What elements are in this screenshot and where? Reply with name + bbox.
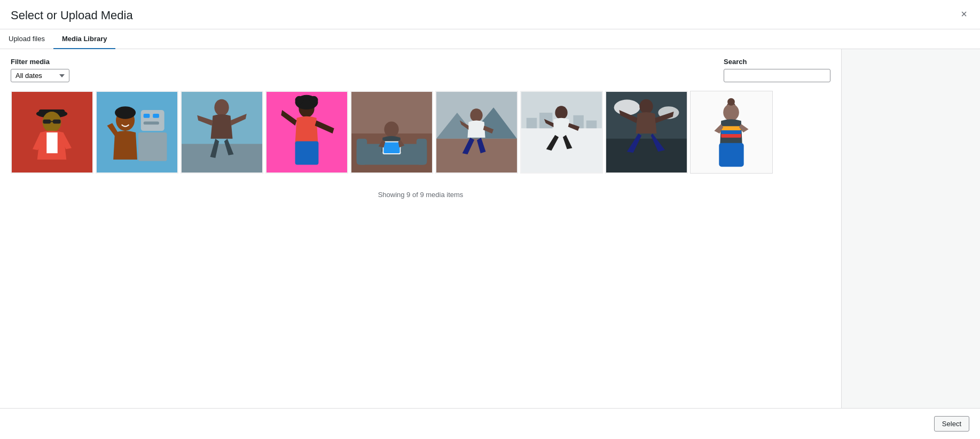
svg-rect-25 xyxy=(295,142,319,165)
svg-rect-30 xyxy=(417,139,427,165)
svg-rect-29 xyxy=(357,139,367,165)
svg-point-23 xyxy=(295,96,304,105)
svg-point-24 xyxy=(310,96,318,105)
tab-upload-files[interactable]: Upload files xyxy=(0,29,53,49)
svg-point-31 xyxy=(384,122,398,137)
svg-rect-4 xyxy=(43,120,51,124)
svg-rect-11 xyxy=(144,114,150,118)
modal-body: Filter media All dates Search xyxy=(0,49,980,408)
search-section: Search xyxy=(724,58,830,82)
svg-point-51 xyxy=(639,99,653,114)
showing-text: Showing 9 of 9 media items xyxy=(11,191,830,199)
search-input[interactable] xyxy=(724,69,830,82)
svg-rect-7 xyxy=(46,132,57,153)
tabs-bar: Upload files Media Library xyxy=(0,29,980,49)
svg-rect-18 xyxy=(182,144,262,173)
svg-point-16 xyxy=(115,106,136,119)
svg-point-46 xyxy=(555,106,567,119)
filter-section: Filter media All dates xyxy=(11,58,69,82)
svg-rect-5 xyxy=(53,120,61,124)
svg-rect-38 xyxy=(436,139,517,173)
svg-point-49 xyxy=(614,100,640,115)
media-item[interactable] xyxy=(520,91,603,174)
svg-rect-57 xyxy=(721,134,741,138)
tab-media-library[interactable]: Media Library xyxy=(53,29,116,49)
media-item[interactable] xyxy=(11,91,93,174)
media-item[interactable] xyxy=(181,91,263,174)
media-item[interactable] xyxy=(435,91,518,174)
svg-rect-33 xyxy=(383,142,399,153)
svg-rect-12 xyxy=(153,114,159,118)
filter-dates-select[interactable]: All dates xyxy=(11,69,69,82)
search-label: Search xyxy=(724,58,830,66)
media-item[interactable] xyxy=(690,91,773,174)
modal-title: Select or Upload Media xyxy=(11,9,133,29)
svg-point-55 xyxy=(727,98,735,106)
svg-rect-58 xyxy=(721,130,741,134)
svg-rect-42 xyxy=(527,118,537,128)
media-grid xyxy=(11,91,830,174)
select-button[interactable]: Select xyxy=(934,416,969,432)
media-item[interactable] xyxy=(265,91,348,174)
svg-rect-14 xyxy=(138,132,167,161)
modal: Select or Upload Media × Upload files Me… xyxy=(0,0,980,439)
svg-rect-59 xyxy=(721,126,741,130)
filter-bar: Filter media All dates Search xyxy=(11,58,830,82)
svg-point-54 xyxy=(723,104,739,121)
sidebar-panel xyxy=(841,49,980,408)
svg-rect-45 xyxy=(586,121,597,129)
svg-point-39 xyxy=(470,108,482,122)
svg-rect-48 xyxy=(606,139,687,173)
svg-rect-56 xyxy=(719,143,743,167)
svg-rect-13 xyxy=(144,122,159,125)
modal-header: Select or Upload Media × xyxy=(0,0,980,29)
close-button[interactable]: × xyxy=(957,6,971,21)
media-item[interactable] xyxy=(605,91,688,174)
svg-point-19 xyxy=(214,99,229,116)
modal-footer: Select xyxy=(0,408,980,439)
media-item[interactable] xyxy=(96,91,178,174)
media-content-area: Filter media All dates Search xyxy=(0,49,841,408)
filter-label: Filter media xyxy=(11,58,69,66)
svg-rect-10 xyxy=(141,110,164,131)
media-item[interactable] xyxy=(350,91,433,174)
